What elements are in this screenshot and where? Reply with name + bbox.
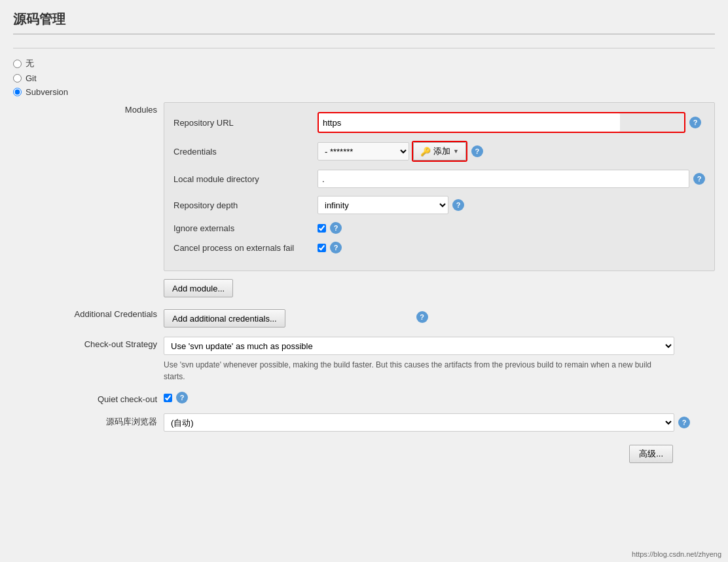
add-icon: 🔑 — [420, 147, 431, 157]
checkout-strategy-content: Use 'svn update' as much as possible Alw… — [164, 337, 715, 383]
dropdown-arrow-icon: ▼ — [453, 148, 459, 155]
scm-radio-group: 无 Git Subversion — [13, 58, 715, 97]
local-dir-label: Local module directory — [173, 174, 318, 184]
repo-url-label: Repository URL — [173, 118, 318, 128]
radio-none-label: 无 — [26, 58, 34, 69]
repo-depth-help-icon[interactable]: ? — [452, 199, 464, 211]
ignore-externals-controls: ? — [318, 222, 342, 234]
ignore-externals-row: Ignore externals ? — [173, 222, 705, 234]
add-btn-label: 添加 — [433, 145, 450, 157]
local-dir-help-icon[interactable]: ? — [693, 173, 705, 185]
repo-url-row: Repository URL ? — [173, 112, 705, 133]
checkout-strategy-section: Check-out Strategy Use 'svn update' as m… — [33, 337, 715, 383]
local-dir-row: Local module directory ? — [173, 170, 705, 188]
ignore-externals-label: Ignore externals — [173, 223, 318, 233]
additional-credentials-label: Additional Credentials — [33, 307, 164, 319]
cancel-process-label: Cancel process on externals fail — [173, 243, 318, 253]
radio-subversion-label: Subversion — [26, 87, 68, 97]
local-dir-controls: ? — [318, 170, 705, 188]
radio-none-input[interactable] — [13, 60, 22, 68]
additional-credentials-help-icon[interactable]: ? — [416, 311, 428, 323]
quiet-checkout-label: Quiet check-out — [33, 392, 164, 404]
credentials-help-icon[interactable]: ? — [471, 145, 483, 157]
quiet-checkout-section: Quiet check-out ? — [33, 392, 715, 404]
credentials-select[interactable]: - ******* — [318, 142, 409, 160]
cancel-process-help-icon[interactable]: ? — [330, 242, 342, 253]
repo-depth-controls: infinity immediates files empty ? — [318, 196, 464, 214]
checkout-strategy-description: Use 'svn update' whenever possible, maki… — [164, 359, 674, 383]
additional-credentials-section: Additional Credentials Add additional cr… — [33, 307, 715, 328]
browser-section: 源码库浏览器 (自动) auto viewsvn websvn svnweb f… — [33, 413, 715, 432]
credentials-controls: - ******* 🔑 添加 ▼ ? — [318, 141, 483, 162]
cancel-process-row: Cancel process on externals fail ? — [173, 242, 705, 253]
advanced-button[interactable]: 高级... — [629, 445, 673, 463]
browser-content: (自动) auto viewsvn websvn svnweb fisheye … — [164, 413, 715, 432]
repo-depth-select[interactable]: infinity immediates files empty — [318, 196, 448, 214]
quiet-checkout-help-icon[interactable]: ? — [176, 392, 188, 403]
ignore-externals-help-icon[interactable]: ? — [330, 222, 342, 234]
add-credentials-button[interactable]: 🔑 添加 ▼ — [413, 142, 466, 160]
cancel-process-checkbox[interactable] — [318, 244, 326, 252]
repo-depth-label: Repository depth — [173, 200, 318, 210]
checkout-strategy-label: Check-out Strategy — [33, 337, 164, 349]
radio-git-input[interactable] — [13, 74, 22, 83]
add-module-button[interactable]: Add module... — [164, 279, 233, 297]
add-btn-wrapper: 🔑 添加 ▼ — [412, 141, 467, 162]
radio-none: 无 — [13, 58, 715, 69]
page-title: 源码管理 — [13, 10, 715, 35]
browser-select[interactable]: (自动) auto viewsvn websvn svnweb fisheye … — [164, 413, 674, 432]
local-dir-input[interactable] — [318, 170, 689, 188]
modules-content: Repository URL ? Credentials — [164, 102, 715, 297]
page-container: 源码管理 无 Git Subversion Modules Repository… — [0, 0, 728, 455]
checkout-strategy-select[interactable]: Use 'svn update' as much as possible Alw… — [164, 337, 674, 355]
repo-url-input[interactable] — [319, 113, 620, 132]
radio-git-label: Git — [26, 73, 37, 83]
repo-url-help-icon[interactable]: ? — [689, 117, 701, 128]
ignore-externals-checkbox[interactable] — [318, 224, 326, 233]
additional-credentials-content: Add additional credentials... ? — [164, 307, 715, 328]
modules-label: Modules — [33, 102, 164, 115]
modules-container: Repository URL ? Credentials — [164, 102, 715, 271]
quiet-checkout-content: ? — [164, 392, 715, 403]
quiet-checkout-checkbox[interactable] — [164, 394, 172, 402]
credentials-label: Credentials — [173, 147, 318, 157]
repo-depth-row: Repository depth infinity immediates fil… — [173, 196, 705, 214]
browser-help-icon[interactable]: ? — [678, 417, 690, 428]
checkout-strategy-controls: Use 'svn update' as much as possible Alw… — [164, 337, 715, 355]
add-additional-credentials-button[interactable]: Add additional credentials... — [164, 309, 285, 328]
radio-subversion-input[interactable] — [13, 88, 22, 96]
repo-url-wrapper — [318, 112, 685, 133]
bottom-link: https://blog.csdn.net/zhyeng — [632, 550, 721, 558]
subversion-block: Modules Repository URL ? — [33, 102, 715, 432]
ignore-externals-checkbox-row — [318, 224, 326, 233]
radio-git: Git — [13, 73, 715, 83]
radio-subversion: Subversion — [13, 87, 715, 97]
cancel-process-checkbox-row — [318, 244, 326, 252]
browser-label: 源码库浏览器 — [33, 413, 164, 428]
credentials-row: Credentials - ******* 🔑 添加 ▼ — [173, 141, 705, 162]
modules-section: Modules Repository URL ? — [33, 102, 715, 297]
cancel-process-controls: ? — [318, 242, 342, 253]
